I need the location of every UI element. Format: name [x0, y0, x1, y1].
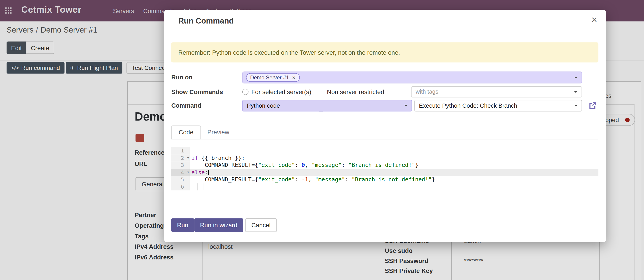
line-number: 5 — [171, 176, 190, 183]
run-in-wizard-button[interactable]: Run in wizard — [194, 218, 243, 232]
server-tag-label: Demo Server #1 — [250, 74, 289, 80]
code-line: 5 COMMAND_RESULT={"exit_code": -1, "mess… — [171, 176, 598, 183]
line-number: 6 — [171, 183, 190, 190]
code-line: 2▾if {{ branch }}: — [171, 155, 598, 162]
command-label: Command — [171, 101, 201, 110]
run-button[interactable]: Run — [171, 218, 194, 232]
editor-tabs: Code Preview — [171, 125, 598, 139]
caret-down-icon — [574, 105, 578, 106]
code-line: 6 — [171, 183, 598, 190]
run-on-field[interactable]: Demo Server #1✕ — [242, 71, 582, 83]
code-editor[interactable]: 12▾if {{ branch }}:3 COMMAND_RESULT={"ex… — [171, 147, 598, 190]
server-tag: Demo Server #1✕ — [246, 73, 300, 82]
command-type-value: Python code — [247, 102, 280, 109]
code-line-text — [190, 147, 598, 155]
tab-code[interactable]: Code — [171, 125, 201, 139]
caret-down-icon — [404, 105, 408, 106]
line-number: 2▾ — [171, 155, 190, 162]
app-root: Cetmix Tower Servers Commands Files Tool… — [0, 0, 644, 280]
dialog-title: Run Command — [178, 17, 234, 26]
code-line: 3 COMMAND_RESULT={"exit_code": 0, "messa… — [171, 162, 598, 169]
radio-non-server-restricted-label[interactable]: Non server restricted — [327, 88, 384, 96]
fold-arrow-icon[interactable]: ▾ — [187, 154, 190, 161]
run-command-dialog: Run Command × Remember: Python code is e… — [164, 10, 606, 242]
tag-remove-icon[interactable]: ✕ — [292, 75, 296, 80]
indent-guide — [203, 183, 204, 190]
warning-alert: Remember: Python code is executed on the… — [171, 42, 598, 62]
command-type-select[interactable]: Python code — [242, 100, 412, 111]
code-line: 4▾else: — [171, 169, 598, 176]
indent-guide — [197, 183, 198, 190]
radio-for-selected-servers-label[interactable]: For selected server(s) — [251, 88, 311, 96]
code-line-text: COMMAND_RESULT={"exit_code": -1, "messag… — [190, 176, 598, 183]
line-number: 1 — [171, 147, 190, 155]
line-number: 4▾ — [171, 169, 190, 176]
with-tags-select[interactable]: with tags — [411, 86, 582, 97]
show-commands-label: Show Commands — [171, 88, 223, 96]
external-link-icon[interactable] — [588, 101, 597, 110]
with-tags-placeholder: with tags — [416, 88, 438, 95]
run-on-label: Run on — [171, 73, 192, 81]
text-cursor — [208, 170, 209, 175]
indent-guide — [209, 183, 209, 190]
command-value: Execute Python Code: Check Branch — [419, 102, 517, 109]
fold-arrow-icon[interactable]: ▾ — [187, 168, 190, 176]
line-number: 3 — [171, 162, 190, 169]
code-line-text: COMMAND_RESULT={"exit_code": 0, "message… — [190, 162, 598, 169]
radio-for-selected-servers[interactable] — [242, 89, 248, 95]
caret-down-icon — [574, 91, 578, 93]
cancel-button[interactable]: Cancel — [245, 218, 277, 232]
code-line: 1 — [171, 147, 598, 155]
code-line-text — [190, 183, 598, 190]
tab-preview[interactable]: Preview — [206, 125, 230, 139]
command-select[interactable]: Execute Python Code: Check Branch — [414, 100, 582, 111]
close-icon[interactable]: × — [588, 13, 601, 26]
code-line-text: if {{ branch }}: — [190, 155, 598, 162]
caret-down-icon — [574, 77, 578, 78]
code-line-text: else: — [190, 169, 598, 176]
